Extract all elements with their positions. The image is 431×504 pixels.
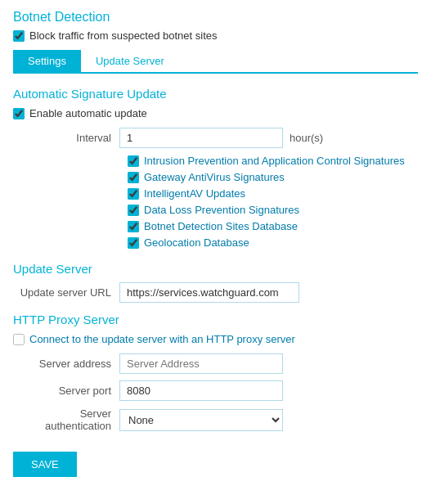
checkbox-intelligent-av: IntelligentAV Updates — [128, 187, 418, 200]
proxy-connect-label: Connect to the update server with an HTT… — [29, 333, 295, 345]
checkbox-gateway-av: Gateway AntiVirus Signatures — [128, 171, 418, 183]
checkbox-gateway-av-input[interactable] — [128, 172, 139, 183]
checkbox-geo-label: Geolocation Database — [144, 236, 249, 249]
proxy-connect-row: Connect to the update server with an HTT… — [13, 333, 418, 345]
tab-update-server[interactable]: Update Server — [81, 50, 179, 72]
signature-checkboxes-area: Intrusion Prevention and Application Con… — [128, 155, 418, 249]
server-auth-select[interactable]: None Basic NTLM — [119, 409, 283, 431]
checkbox-geo: Geolocation Database — [128, 236, 418, 249]
checkbox-geo-input[interactable] — [128, 237, 139, 249]
checkbox-botnet: Botnet Detection Sites Database — [128, 220, 418, 232]
update-url-input[interactable] — [119, 282, 299, 303]
checkbox-gateway-av-label: Gateway AntiVirus Signatures — [144, 171, 285, 183]
interval-unit: hour(s) — [290, 132, 323, 144]
checkbox-ips: Intrusion Prevention and Application Con… — [128, 155, 418, 167]
enable-auto-update-row: Enable automatic update — [13, 107, 418, 119]
block-traffic-label: Block traffic from suspected botnet site… — [29, 29, 218, 42]
proxy-connect-checkbox[interactable] — [13, 334, 25, 345]
server-port-row: Server port — [13, 380, 418, 401]
checkbox-intelligent-av-label: IntelligentAV Updates — [144, 187, 245, 200]
interval-input[interactable] — [119, 128, 283, 148]
checkbox-botnet-input[interactable] — [128, 221, 139, 232]
automatic-signature-title: Automatic Signature Update — [13, 87, 418, 101]
update-server-title: Update Server — [13, 262, 418, 276]
server-address-label: Server address — [13, 358, 119, 370]
save-button[interactable]: SAVE — [13, 452, 77, 477]
checkbox-ips-input[interactable] — [128, 155, 139, 167]
tab-settings[interactable]: Settings — [13, 50, 81, 72]
server-port-input[interactable] — [119, 380, 283, 401]
page-title: Botnet Detection — [13, 10, 418, 25]
checkbox-ips-label: Intrusion Prevention and Application Con… — [144, 155, 405, 167]
checkbox-dlp-input[interactable] — [128, 205, 139, 216]
tabs-bar: Settings Update Server — [13, 50, 418, 74]
server-auth-label: Server authentication — [13, 407, 119, 432]
enable-auto-update-label: Enable automatic update — [29, 107, 147, 119]
update-server-section: Update Server Update server URL — [13, 262, 418, 303]
block-traffic-row: Block traffic from suspected botnet site… — [13, 29, 418, 42]
server-port-label: Server port — [13, 385, 119, 397]
http-proxy-section: HTTP Proxy Server Connect to the update … — [13, 313, 418, 432]
interval-label: Interval — [13, 132, 119, 144]
checkbox-intelligent-av-input[interactable] — [128, 188, 139, 200]
http-proxy-title: HTTP Proxy Server — [13, 313, 418, 326]
checkbox-dlp: Data Loss Prevention Signatures — [128, 204, 418, 216]
page-container: Botnet Detection Block traffic from susp… — [0, 0, 431, 490]
automatic-signature-section: Automatic Signature Update Enable automa… — [13, 87, 418, 249]
server-address-input[interactable] — [119, 353, 283, 374]
server-address-row: Server address — [13, 353, 418, 374]
enable-auto-update-checkbox[interactable] — [13, 108, 25, 119]
server-auth-row: Server authentication None Basic NTLM — [13, 407, 418, 432]
interval-row: Interval hour(s) — [13, 128, 418, 148]
block-traffic-checkbox[interactable] — [13, 30, 25, 42]
update-url-label: Update server URL — [13, 286, 119, 299]
update-url-row: Update server URL — [13, 282, 418, 303]
checkbox-dlp-label: Data Loss Prevention Signatures — [144, 204, 299, 216]
checkbox-botnet-label: Botnet Detection Sites Database — [144, 220, 298, 232]
